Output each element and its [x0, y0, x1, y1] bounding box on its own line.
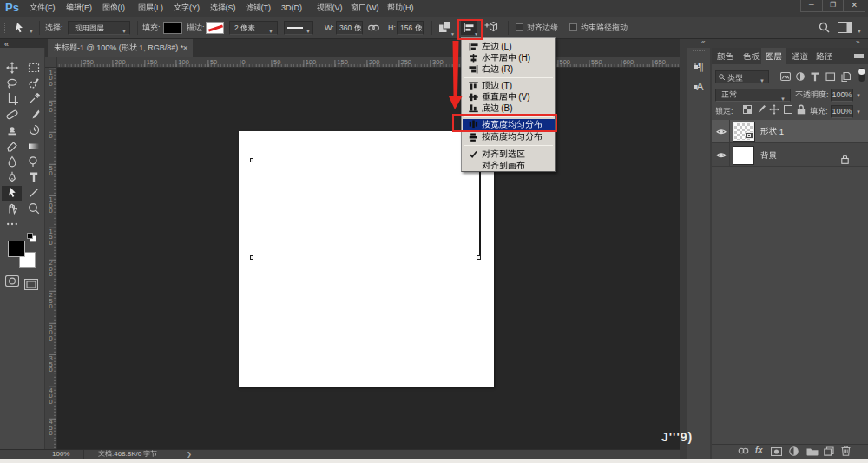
svg-text:¶: ¶ — [698, 60, 704, 73]
svg-text:A: A — [697, 81, 704, 93]
